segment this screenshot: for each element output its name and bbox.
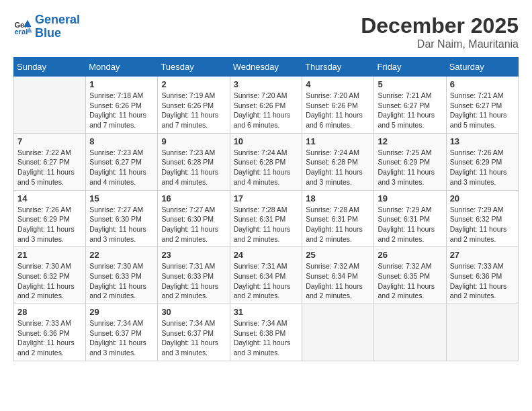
- calendar-cell: 31Sunrise: 7:34 AM Sunset: 6:38 PM Dayli…: [230, 304, 302, 361]
- day-info: Sunrise: 7:26 AM Sunset: 6:29 PM Dayligh…: [17, 205, 82, 244]
- calendar-cell: 24Sunrise: 7:31 AM Sunset: 6:34 PM Dayli…: [230, 247, 302, 304]
- calendar-cell: 9Sunrise: 7:23 AM Sunset: 6:28 PM Daylig…: [158, 133, 230, 190]
- day-number: 22: [89, 250, 154, 260]
- day-number: 11: [306, 136, 370, 146]
- day-info: Sunrise: 7:34 AM Sunset: 6:38 PM Dayligh…: [234, 318, 299, 358]
- day-info: Sunrise: 7:23 AM Sunset: 6:27 PM Dayligh…: [89, 148, 154, 187]
- day-info: Sunrise: 7:27 AM Sunset: 6:30 PM Dayligh…: [161, 205, 226, 244]
- logo: Gen eral General Blue: [13, 13, 80, 40]
- calendar-cell: 15Sunrise: 7:27 AM Sunset: 6:30 PM Dayli…: [86, 190, 158, 247]
- day-info: Sunrise: 7:19 AM Sunset: 6:26 PM Dayligh…: [161, 91, 226, 130]
- calendar-cell: 17Sunrise: 7:28 AM Sunset: 6:31 PM Dayli…: [230, 190, 302, 247]
- day-number: 9: [161, 136, 226, 146]
- calendar-cell: [302, 304, 374, 361]
- calendar-cell: 30Sunrise: 7:34 AM Sunset: 6:37 PM Dayli…: [158, 304, 230, 361]
- calendar-cell: 14Sunrise: 7:26 AM Sunset: 6:29 PM Dayli…: [14, 190, 86, 247]
- day-info: Sunrise: 7:27 AM Sunset: 6:30 PM Dayligh…: [89, 205, 154, 244]
- day-number: 14: [17, 193, 82, 203]
- calendar-cell: [446, 304, 518, 361]
- day-number: 7: [17, 136, 82, 146]
- day-info: Sunrise: 7:23 AM Sunset: 6:28 PM Dayligh…: [161, 148, 226, 187]
- day-info: Sunrise: 7:20 AM Sunset: 6:26 PM Dayligh…: [306, 91, 370, 130]
- col-header-wednesday: Wednesday: [230, 58, 302, 77]
- day-number: 23: [161, 250, 226, 260]
- day-number: 25: [306, 250, 370, 260]
- day-info: Sunrise: 7:21 AM Sunset: 6:27 PM Dayligh…: [450, 91, 515, 130]
- calendar-cell: 29Sunrise: 7:34 AM Sunset: 6:37 PM Dayli…: [86, 304, 158, 361]
- calendar-cell: 18Sunrise: 7:28 AM Sunset: 6:31 PM Dayli…: [302, 190, 374, 247]
- day-number: 20: [450, 193, 515, 203]
- day-info: Sunrise: 7:32 AM Sunset: 6:35 PM Dayligh…: [378, 261, 442, 301]
- calendar-cell: 20Sunrise: 7:29 AM Sunset: 6:32 PM Dayli…: [446, 190, 518, 247]
- location: Dar Naim, Mauritania: [361, 38, 519, 50]
- week-row-3: 14Sunrise: 7:26 AM Sunset: 6:29 PM Dayli…: [14, 190, 519, 247]
- month-title: December 2025: [361, 13, 519, 38]
- calendar-cell: 26Sunrise: 7:32 AM Sunset: 6:35 PM Dayli…: [374, 247, 446, 304]
- day-info: Sunrise: 7:22 AM Sunset: 6:27 PM Dayligh…: [17, 148, 82, 187]
- day-number: 3: [234, 79, 299, 89]
- calendar-cell: 11Sunrise: 7:24 AM Sunset: 6:28 PM Dayli…: [302, 133, 374, 190]
- calendar-cell: 13Sunrise: 7:26 AM Sunset: 6:29 PM Dayli…: [446, 133, 518, 190]
- logo-text-line1: General: [35, 13, 80, 27]
- day-info: Sunrise: 7:32 AM Sunset: 6:34 PM Dayligh…: [306, 261, 370, 301]
- day-info: Sunrise: 7:28 AM Sunset: 6:31 PM Dayligh…: [234, 205, 299, 244]
- day-number: 5: [378, 79, 442, 89]
- day-number: 12: [378, 136, 442, 146]
- day-number: 28: [17, 307, 82, 317]
- day-number: 17: [234, 193, 299, 203]
- day-number: 15: [89, 193, 154, 203]
- day-info: Sunrise: 7:29 AM Sunset: 6:31 PM Dayligh…: [378, 205, 442, 244]
- col-header-monday: Monday: [86, 58, 158, 77]
- day-number: 13: [450, 136, 515, 146]
- day-number: 1: [89, 79, 154, 89]
- calendar-cell: 5Sunrise: 7:21 AM Sunset: 6:27 PM Daylig…: [374, 77, 446, 134]
- day-number: 29: [89, 307, 154, 317]
- calendar-cell: 21Sunrise: 7:30 AM Sunset: 6:32 PM Dayli…: [14, 247, 86, 304]
- calendar-cell: 16Sunrise: 7:27 AM Sunset: 6:30 PM Dayli…: [158, 190, 230, 247]
- day-number: 24: [234, 250, 299, 260]
- day-info: Sunrise: 7:33 AM Sunset: 6:36 PM Dayligh…: [17, 318, 82, 358]
- day-info: Sunrise: 7:31 AM Sunset: 6:34 PM Dayligh…: [234, 261, 299, 301]
- calendar-header-row: SundayMondayTuesdayWednesdayThursdayFrid…: [14, 58, 519, 77]
- day-info: Sunrise: 7:21 AM Sunset: 6:27 PM Dayligh…: [378, 91, 442, 130]
- day-number: 16: [161, 193, 226, 203]
- day-info: Sunrise: 7:24 AM Sunset: 6:28 PM Dayligh…: [234, 148, 299, 187]
- day-info: Sunrise: 7:26 AM Sunset: 6:29 PM Dayligh…: [450, 148, 515, 187]
- day-info: Sunrise: 7:30 AM Sunset: 6:32 PM Dayligh…: [17, 261, 82, 301]
- col-header-thursday: Thursday: [302, 58, 374, 77]
- calendar-cell: 8Sunrise: 7:23 AM Sunset: 6:27 PM Daylig…: [86, 133, 158, 190]
- logo-text-line2: Blue: [35, 27, 80, 40]
- day-number: 8: [89, 136, 154, 146]
- calendar-cell: 2Sunrise: 7:19 AM Sunset: 6:26 PM Daylig…: [158, 77, 230, 134]
- col-header-sunday: Sunday: [14, 58, 86, 77]
- title-area: December 2025 Dar Naim, Mauritania: [361, 13, 519, 50]
- day-number: 21: [17, 250, 82, 260]
- col-header-tuesday: Tuesday: [158, 58, 230, 77]
- day-info: Sunrise: 7:18 AM Sunset: 6:26 PM Dayligh…: [89, 91, 154, 130]
- calendar-cell: 19Sunrise: 7:29 AM Sunset: 6:31 PM Dayli…: [374, 190, 446, 247]
- calendar-cell: 23Sunrise: 7:31 AM Sunset: 6:33 PM Dayli…: [158, 247, 230, 304]
- day-info: Sunrise: 7:34 AM Sunset: 6:37 PM Dayligh…: [161, 318, 226, 358]
- week-row-2: 7Sunrise: 7:22 AM Sunset: 6:27 PM Daylig…: [14, 133, 519, 190]
- day-number: 30: [161, 307, 226, 317]
- calendar-cell: 6Sunrise: 7:21 AM Sunset: 6:27 PM Daylig…: [446, 77, 518, 134]
- day-info: Sunrise: 7:29 AM Sunset: 6:32 PM Dayligh…: [450, 205, 515, 244]
- week-row-1: 1Sunrise: 7:18 AM Sunset: 6:26 PM Daylig…: [14, 77, 519, 134]
- day-number: 27: [450, 250, 515, 260]
- calendar-cell: 25Sunrise: 7:32 AM Sunset: 6:34 PM Dayli…: [302, 247, 374, 304]
- calendar-cell: 3Sunrise: 7:20 AM Sunset: 6:26 PM Daylig…: [230, 77, 302, 134]
- day-info: Sunrise: 7:20 AM Sunset: 6:26 PM Dayligh…: [234, 91, 299, 130]
- day-info: Sunrise: 7:24 AM Sunset: 6:28 PM Dayligh…: [306, 148, 370, 187]
- day-number: 2: [161, 79, 226, 89]
- day-info: Sunrise: 7:31 AM Sunset: 6:33 PM Dayligh…: [161, 261, 226, 301]
- day-number: 10: [234, 136, 299, 146]
- calendar-cell: 7Sunrise: 7:22 AM Sunset: 6:27 PM Daylig…: [14, 133, 86, 190]
- day-info: Sunrise: 7:28 AM Sunset: 6:31 PM Dayligh…: [306, 205, 370, 244]
- day-number: 6: [450, 79, 515, 89]
- calendar-cell: 4Sunrise: 7:20 AM Sunset: 6:26 PM Daylig…: [302, 77, 374, 134]
- calendar-cell: [374, 304, 446, 361]
- calendar-table: SundayMondayTuesdayWednesdayThursdayFrid…: [13, 57, 519, 361]
- calendar-cell: 27Sunrise: 7:33 AM Sunset: 6:36 PM Dayli…: [446, 247, 518, 304]
- calendar-cell: 28Sunrise: 7:33 AM Sunset: 6:36 PM Dayli…: [14, 304, 86, 361]
- day-info: Sunrise: 7:25 AM Sunset: 6:29 PM Dayligh…: [378, 148, 442, 187]
